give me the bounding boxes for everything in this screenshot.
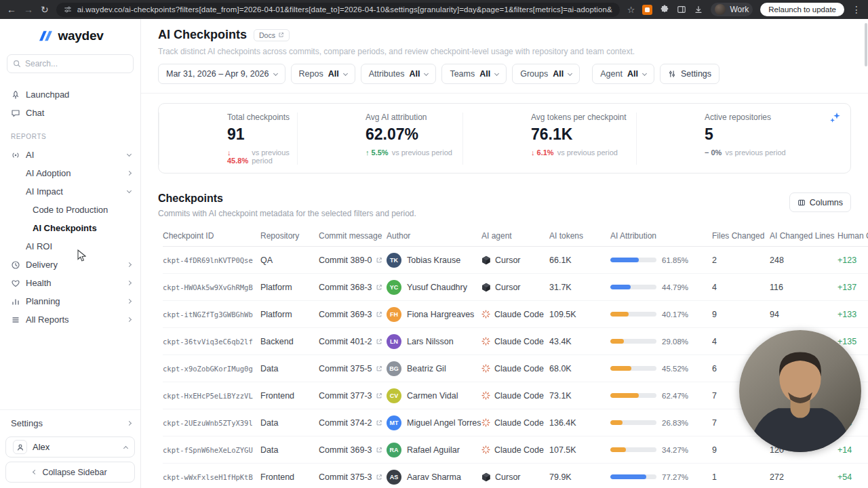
- column-header-ai-agent[interactable]: AI agent: [481, 231, 549, 241]
- ai-tokens: 79.9K: [549, 472, 610, 482]
- attribution-bar-fill: [610, 339, 624, 344]
- checkpoint-id: ckpt-36tvViq3eC6qb2lf: [163, 338, 260, 346]
- sidebar-item-chat[interactable]: Chat: [0, 104, 140, 122]
- sidebar-item-delivery[interactable]: Delivery: [0, 256, 140, 274]
- column-header-repository[interactable]: Repository: [260, 231, 319, 241]
- filter-attributes[interactable]: AttributesAll: [361, 64, 437, 84]
- filter-settings-button[interactable]: Settings: [660, 64, 719, 84]
- external-link-icon: [376, 392, 382, 399]
- ai-agent-cell: Cursor: [481, 472, 549, 482]
- sidebar-item-planning[interactable]: Planning: [0, 292, 140, 310]
- table-row[interactable]: ckpt-HWOAk5w9XvGhRMgBPlatformCommit 368-…: [163, 274, 868, 301]
- sidebar-item-settings[interactable]: Settings: [0, 414, 140, 432]
- commit-link[interactable]: Commit 375-3: [319, 472, 387, 482]
- chevron-down-icon: [424, 70, 429, 75]
- columns-label: Columns: [810, 198, 843, 207]
- commit-link[interactable]: Commit 401-2: [319, 337, 387, 346]
- external-link-icon: [376, 420, 382, 426]
- chevron-down-icon: [273, 70, 277, 75]
- browser-menu-icon[interactable]: ⋮: [852, 5, 861, 14]
- sidebar-item-health[interactable]: Health: [0, 274, 140, 292]
- sidebar-item-ai[interactable]: AI: [0, 146, 140, 164]
- table-row[interactable]: ckpt-fSpnW6heXeLoZYGUDataCommit 369-3RAR…: [163, 436, 868, 464]
- sidebar-item-label: Launchpad: [26, 89, 69, 100]
- relaunch-update-button[interactable]: Relaunch to update: [760, 3, 844, 16]
- column-header-checkpoint-id[interactable]: Checkpoint ID: [163, 231, 260, 241]
- sidebar-item-launchpad[interactable]: Launchpad: [0, 85, 140, 104]
- sidebar-item-label: Delivery: [26, 260, 58, 270]
- url-text: ai.waydev.co/ai-checkpoints?filters[date…: [77, 5, 612, 14]
- commit-link[interactable]: Commit 374-2: [319, 418, 387, 428]
- cursor-agent-icon: [481, 283, 491, 292]
- commit-label: Commit 377-3: [319, 391, 372, 401]
- chevron-down-icon: [568, 70, 572, 75]
- table-row[interactable]: ckpt-4fDR69lnKVTP0QseQACommit 389-0TKTob…: [163, 247, 868, 274]
- address-bar[interactable]: ai.waydev.co/ai-checkpoints?filters[date…: [56, 3, 620, 17]
- author-cell: ASAarav Sharma: [387, 470, 481, 485]
- commit-link[interactable]: Commit 389-0: [319, 256, 387, 265]
- commit-link[interactable]: Commit 369-3: [319, 445, 387, 455]
- repository: Backend: [260, 337, 319, 346]
- filter-repos[interactable]: ReposAll: [291, 64, 355, 84]
- sidebar-item-ai-roi[interactable]: AI ROI: [0, 237, 140, 256]
- download-icon[interactable]: [694, 5, 703, 14]
- column-header-author[interactable]: Author: [387, 231, 481, 241]
- stat-avg-ai-attribution: Avg AI attribution62.07%↑ 5.5%vs previou…: [297, 113, 462, 165]
- sidebar-item-code-to-production[interactable]: Code to Production: [0, 201, 140, 219]
- sidebar-item-label: AI ROI: [26, 241, 52, 251]
- column-header-ai-tokens[interactable]: AI tokens: [549, 231, 610, 241]
- sidebar-item-ai-impact[interactable]: AI Impact: [0, 182, 140, 201]
- column-header-human-changed-lines[interactable]: Human Changed Lines: [837, 231, 868, 241]
- repository: QA: [260, 256, 319, 265]
- author-name: Tobias Krause: [407, 256, 460, 265]
- brand-logo[interactable]: waydev: [0, 19, 140, 50]
- table-row[interactable]: ckpt-wWxFxlseH1fHpKtBFrontendCommit 375-…: [163, 464, 868, 488]
- site-controls-icon[interactable]: [64, 5, 72, 14]
- sidebar-search[interactable]: [7, 54, 134, 73]
- sidebar-item-ai-checkpoints[interactable]: AI Checkpoints: [0, 219, 140, 237]
- refresh-icon[interactable]: ↻: [41, 5, 49, 14]
- search-input[interactable]: [25, 59, 127, 68]
- filter-agent[interactable]: AgentAll: [592, 64, 654, 84]
- date-range-picker[interactable]: Mar 31, 2026 – Apr 9, 2026: [158, 64, 285, 84]
- browser-profile-chip[interactable]: Work: [711, 3, 753, 16]
- filter-teams[interactable]: TeamsAll: [441, 64, 507, 84]
- side-panel-icon[interactable]: [677, 5, 686, 14]
- extensions-puzzle-icon[interactable]: [660, 5, 669, 14]
- column-header-ai-changed-lines[interactable]: AI Changed Lines: [770, 231, 837, 241]
- commit-link[interactable]: Commit 375-5: [319, 364, 387, 373]
- author-name: Carmen Vidal: [407, 391, 458, 401]
- filter-value: All: [409, 69, 420, 79]
- bookmark-star-icon[interactable]: ☆: [627, 5, 635, 14]
- scrollbar-thumb[interactable]: [865, 23, 867, 66]
- table-row[interactable]: ckpt-itNGZfTg3GWBGhWbPlatformCommit 369-…: [163, 301, 868, 328]
- sidebar-item-ai-adoption[interactable]: AI Adoption: [0, 164, 140, 182]
- user-menu[interactable]: Alex: [5, 436, 135, 458]
- commit-link[interactable]: Commit 369-3: [319, 310, 387, 319]
- orange-extension-icon[interactable]: [642, 5, 652, 15]
- sidebar-item-all-reports[interactable]: All Reports: [0, 310, 140, 329]
- trend-down-indicator: ↓ 6.1%: [531, 148, 554, 157]
- author-avatar: LN: [387, 334, 401, 349]
- commit-link[interactable]: Commit 368-3: [319, 283, 387, 292]
- columns-button[interactable]: Columns: [789, 192, 851, 212]
- sidebar-item-label: AI Adoption: [26, 168, 71, 178]
- ai-changed-lines: 272: [770, 472, 837, 482]
- author-cell: YCYusuf Chaudhry: [387, 280, 481, 295]
- filter-value: All: [328, 69, 339, 79]
- ai-tokens: 109.5K: [549, 310, 610, 319]
- author-name: Aarav Sharma: [407, 472, 461, 482]
- docs-link[interactable]: Docs: [254, 29, 290, 41]
- waydev-logo-icon: [37, 30, 54, 42]
- back-icon[interactable]: ←: [7, 5, 16, 14]
- collapse-sidebar-button[interactable]: Collapse Sidebar: [5, 462, 135, 483]
- external-link-icon: [376, 365, 382, 372]
- commit-link[interactable]: Commit 377-3: [319, 391, 387, 401]
- attribution-value: 34.27%: [662, 446, 688, 454]
- chevron-left-icon: [33, 470, 37, 474]
- filter-groups[interactable]: GroupsAll: [512, 64, 580, 84]
- forward-icon[interactable]: →: [24, 5, 33, 14]
- column-header-ai-attribution[interactable]: AI Attribution: [610, 231, 712, 241]
- column-header-files-changed[interactable]: Files Changed: [712, 231, 770, 241]
- column-header-commit-message[interactable]: Commit message: [319, 231, 387, 241]
